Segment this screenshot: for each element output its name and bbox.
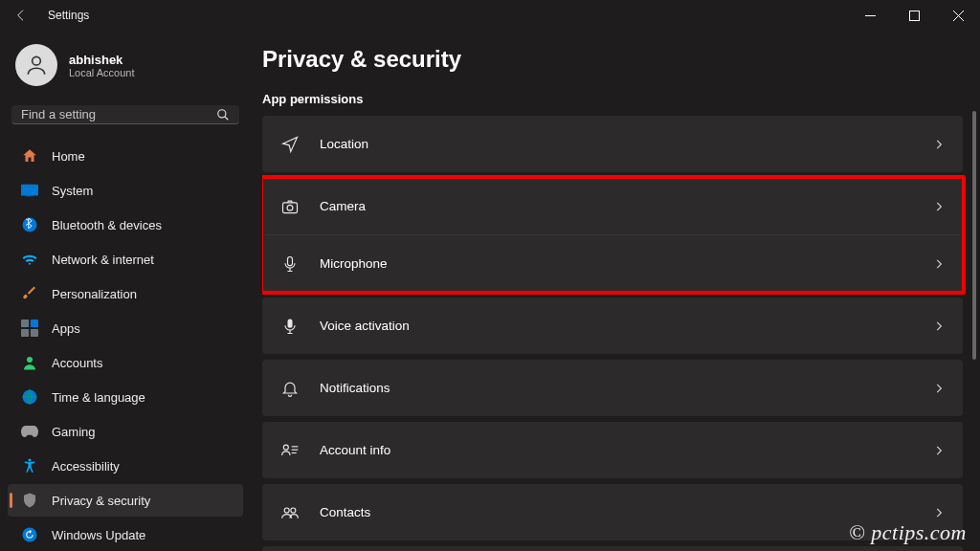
sidebar-item-label: Home — [52, 149, 85, 164]
location-icon — [279, 135, 301, 154]
sidebar-item-label: Apps — [52, 321, 80, 336]
search-icon — [216, 108, 230, 121]
svg-rect-18 — [283, 202, 298, 212]
permission-item-calendar[interactable]: Calendar — [262, 546, 963, 551]
chevron-right-icon — [932, 444, 946, 457]
svg-rect-21 — [288, 319, 293, 327]
chevron-right-icon — [932, 320, 946, 333]
main-content: Privacy & security App permissions Locat… — [251, 31, 980, 551]
app-title: Settings — [48, 9, 89, 22]
sidebar-item-update[interactable]: Windows Update — [8, 518, 243, 551]
sidebar-item-home[interactable]: Home — [8, 140, 243, 172]
permission-label: Account info — [320, 443, 932, 457]
maximize-button[interactable] — [892, 0, 936, 31]
arrow-left-icon — [13, 8, 29, 23]
sidebar-item-gaming[interactable]: Gaming — [8, 415, 243, 448]
sidebar-item-label: Windows Update — [52, 528, 145, 542]
svg-point-5 — [218, 109, 226, 117]
svg-rect-8 — [26, 195, 33, 196]
user-name: abhishek — [69, 53, 135, 67]
permission-label: Contacts — [320, 505, 932, 519]
voice-icon — [279, 317, 301, 336]
update-icon — [21, 526, 38, 543]
sidebar-item-accounts[interactable]: Accounts — [8, 346, 243, 379]
permission-label: Location — [320, 137, 932, 151]
nav: Home System Bluetooth & devices Network … — [8, 140, 243, 551]
search-box[interactable] — [11, 105, 239, 124]
permission-item-location[interactable]: Location — [262, 116, 963, 172]
person-icon — [24, 53, 49, 77]
titlebar: Settings — [0, 0, 980, 31]
apps-icon — [21, 320, 38, 337]
bell-icon — [279, 379, 301, 398]
svg-point-4 — [33, 56, 41, 65]
shield-icon — [21, 492, 38, 509]
sidebar-item-label: Bluetooth & devices — [52, 218, 162, 232]
permission-label: Camera — [320, 199, 932, 213]
svg-point-17 — [23, 528, 37, 542]
svg-line-6 — [225, 116, 229, 120]
chevron-right-icon — [932, 257, 946, 271]
close-button[interactable] — [936, 0, 980, 31]
svg-point-16 — [29, 459, 32, 462]
permission-item-contacts[interactable]: Contacts — [262, 484, 963, 540]
profile[interactable]: abhishek Local Account — [8, 40, 243, 96]
globe-icon — [21, 388, 38, 406]
minimize-icon — [865, 11, 876, 21]
accounts-icon — [21, 354, 38, 371]
scrollbar[interactable] — [969, 111, 976, 545]
minimize-button[interactable] — [848, 0, 892, 31]
permission-item-voice[interactable]: Voice activation — [262, 298, 963, 354]
svg-rect-7 — [21, 185, 38, 196]
account-info-icon — [279, 441, 301, 460]
chevron-right-icon — [932, 200, 946, 213]
sidebar: abhishek Local Account Home System Bluet… — [0, 31, 251, 551]
chevron-right-icon — [932, 506, 946, 519]
permission-label: Voice activation — [320, 319, 932, 333]
gaming-icon — [21, 423, 38, 440]
microphone-icon — [279, 254, 301, 274]
search-input[interactable] — [21, 107, 216, 121]
sidebar-item-time[interactable]: Time & language — [8, 381, 243, 413]
wifi-icon — [21, 251, 38, 268]
system-icon — [21, 182, 38, 199]
sidebar-item-label: System — [52, 184, 93, 198]
sidebar-item-label: Network & internet — [52, 253, 154, 267]
chevron-right-icon — [932, 382, 946, 395]
scrollbar-thumb[interactable] — [972, 111, 976, 360]
sidebar-item-system[interactable]: System — [8, 174, 243, 207]
home-icon — [21, 147, 38, 165]
svg-point-22 — [283, 445, 288, 450]
bluetooth-icon — [21, 216, 38, 233]
sidebar-item-bluetooth[interactable]: Bluetooth & devices — [8, 209, 243, 241]
sidebar-item-apps[interactable]: Apps — [8, 312, 243, 344]
chevron-right-icon — [932, 138, 946, 151]
permission-list: Location Camera Microphone — [262, 116, 963, 551]
sidebar-item-accessibility[interactable]: Accessibility — [8, 450, 243, 482]
maximize-icon — [909, 11, 920, 21]
permission-item-notifications[interactable]: Notifications — [262, 360, 963, 416]
back-button[interactable] — [8, 2, 34, 29]
svg-rect-20 — [288, 256, 293, 265]
svg-rect-10 — [21, 320, 29, 327]
sidebar-item-personalization[interactable]: Personalization — [8, 277, 243, 310]
close-icon — [953, 11, 964, 21]
section-heading: App permissions — [262, 92, 963, 106]
camera-icon — [279, 197, 301, 216]
permission-item-microphone[interactable]: Microphone — [262, 235, 963, 292]
avatar — [15, 44, 57, 86]
svg-point-27 — [291, 508, 296, 513]
permission-item-camera[interactable]: Camera — [262, 178, 963, 234]
svg-point-14 — [27, 357, 33, 363]
sidebar-item-privacy[interactable]: Privacy & security — [8, 484, 243, 517]
sidebar-item-network[interactable]: Network & internet — [8, 243, 243, 276]
svg-rect-12 — [21, 329, 29, 337]
accessibility-icon — [21, 457, 38, 474]
permission-item-account[interactable]: Account info — [262, 422, 963, 478]
svg-rect-11 — [31, 320, 38, 327]
sidebar-item-label: Accounts — [52, 356, 102, 370]
sidebar-item-label: Time & language — [52, 390, 145, 405]
svg-point-19 — [287, 205, 293, 210]
contacts-icon — [279, 503, 301, 522]
svg-rect-1 — [909, 11, 919, 20]
